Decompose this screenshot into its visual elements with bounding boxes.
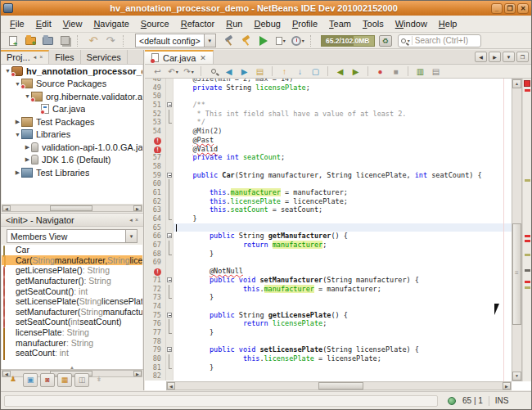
undo-button[interactable]: ↶ bbox=[86, 34, 101, 47]
error-status-icon[interactable] bbox=[524, 80, 530, 87]
code-line-63[interactable]: 63 this.seatCount = seatCount; bbox=[145, 205, 512, 214]
menu-help[interactable]: Help bbox=[433, 16, 463, 31]
last-edit-icon[interactable]: ↩ bbox=[151, 65, 164, 77]
close-panel-icon[interactable]: × bbox=[39, 54, 43, 60]
find-previous-icon[interactable]: ◀ bbox=[223, 65, 235, 77]
projects-hscrollbar[interactable]: ◀ ▶ bbox=[2, 205, 142, 212]
tree-node-validation-api-1-0-0-ga-jar[interactable]: ▶validation-api-1.0.0.GA.jar bbox=[2, 141, 142, 154]
code-line-66[interactable]: 66 public String getManufacturer() { bbox=[145, 232, 512, 241]
tree-node-test-libraries[interactable]: ▶Test Libraries bbox=[2, 166, 142, 179]
fold-column[interactable] bbox=[166, 345, 174, 354]
tree-node-source-packages[interactable]: ▼Source Packages bbox=[2, 78, 142, 91]
chevron-down-icon[interactable]: ▾ bbox=[302, 38, 304, 43]
previous-bookmark-icon[interactable]: ↑ bbox=[278, 65, 291, 77]
code-line-55[interactable]: ! @Past bbox=[145, 136, 512, 145]
comment-icon[interactable]: ▥ bbox=[414, 65, 426, 77]
navigator-item[interactable]: getLicensePlate() : String bbox=[2, 265, 142, 276]
scroll-up-icon[interactable]: ▲ bbox=[512, 79, 521, 88]
fold-collapse-icon[interactable] bbox=[167, 173, 172, 178]
navigator-item[interactable]: getManufacturer() : String bbox=[2, 276, 142, 286]
scroll-left-icon[interactable]: ◀ bbox=[2, 205, 11, 211]
config-combobox[interactable]: <default config> ▾ bbox=[135, 34, 216, 47]
menu-view[interactable]: View bbox=[57, 16, 88, 31]
memory-indicator[interactable]: 65.2/102.0MB bbox=[321, 35, 375, 47]
code-viewport[interactable]: 48 @Size(min = 2, max = 14)49 private St… bbox=[145, 79, 512, 381]
scroll-tabs-right-button[interactable]: ▶ bbox=[489, 52, 501, 62]
tree-expander-icon[interactable]: ▶ bbox=[24, 156, 31, 163]
tree-expander-icon[interactable]: ▼ bbox=[14, 132, 21, 137]
navigator-sort-icon[interactable]: ♟ bbox=[6, 373, 20, 387]
code-line-69[interactable]: 69 bbox=[145, 258, 512, 267]
navigator-item[interactable]: manufacturer : String bbox=[2, 337, 142, 348]
code-line-71[interactable]: 71 public void setManufacturer(String ma… bbox=[145, 276, 512, 285]
new-project-button[interactable]: + bbox=[23, 34, 38, 47]
navigator-item[interactable]: setManufacturer(String manufacturer bbox=[2, 307, 142, 318]
menu-tools[interactable]: Tools bbox=[357, 16, 390, 31]
scrollbar-thumb[interactable] bbox=[50, 205, 92, 211]
caret-stripe-mark[interactable] bbox=[525, 269, 530, 272]
tree-node-car-java[interactable]: Car.java bbox=[2, 103, 142, 116]
fold-column[interactable] bbox=[166, 188, 174, 197]
find-next-icon[interactable]: ▶ bbox=[238, 65, 250, 77]
close-button[interactable]: ✕ bbox=[517, 3, 529, 14]
quick-search-input[interactable]: ▾ Search (Ctrl+I) bbox=[398, 34, 481, 47]
chevron-down-icon[interactable]: ▾ bbox=[125, 230, 137, 242]
redo-button[interactable]: ↷ bbox=[103, 34, 118, 47]
code-line-67[interactable]: 67 return manufacturer; bbox=[145, 241, 512, 250]
panel-tab-files[interactable]: Files bbox=[49, 50, 80, 64]
code-line-52[interactable]: 52 * This int field shall have a value o… bbox=[145, 110, 512, 119]
code-line-74[interactable]: 74 bbox=[145, 302, 512, 311]
filter-static-icon[interactable]: ▦ bbox=[57, 373, 72, 387]
editor-hscrollbar[interactable]: ◀ ▶ bbox=[166, 381, 512, 390]
chevron-down-icon[interactable]: ▾ bbox=[204, 34, 215, 47]
fold-column[interactable] bbox=[166, 118, 174, 127]
code-line-64[interactable]: 64 } bbox=[145, 214, 512, 223]
maximize-button[interactable]: ❐ bbox=[504, 3, 516, 14]
code-line-73[interactable]: 73 } bbox=[145, 293, 512, 302]
red-stripe-mark[interactable] bbox=[525, 240, 530, 242]
debug-button[interactable]: ▾ bbox=[273, 34, 288, 47]
error-stripe[interactable] bbox=[522, 79, 531, 381]
menu-window[interactable]: Window bbox=[390, 16, 433, 31]
chevron-down-icon[interactable]: ▾ bbox=[192, 69, 194, 74]
fold-column[interactable] bbox=[166, 214, 174, 223]
navigator-view-combobox[interactable]: Members View ▾ bbox=[7, 229, 138, 243]
filter-fields-icon[interactable]: ◙ bbox=[40, 373, 55, 387]
scroll-down-icon[interactable]: ▼ bbox=[512, 372, 521, 381]
code-line-79[interactable]: 79 public void setLicensePlate(String li… bbox=[145, 345, 512, 354]
menu-edit[interactable]: Edit bbox=[30, 16, 57, 31]
chevron-down-icon[interactable]: ▾ bbox=[283, 38, 286, 43]
tree-node-test-packages[interactable]: ▶Test Packages bbox=[2, 115, 142, 128]
code-line-51[interactable]: 51 /** bbox=[145, 101, 512, 110]
navigator-item[interactable]: getSeatCount() : int bbox=[2, 286, 142, 296]
next-bookmark-icon[interactable]: ↓ bbox=[294, 65, 306, 77]
olive-stripe-mark[interactable] bbox=[525, 254, 530, 256]
code-line-70[interactable]: ! @NotNull bbox=[145, 267, 512, 276]
toggle-highlight-icon[interactable]: ▤ bbox=[254, 65, 266, 77]
code-line-59[interactable]: 59 public Car(String manufacturer, Strin… bbox=[145, 171, 512, 180]
garbage-collect-button[interactable]: ♻ bbox=[379, 35, 392, 47]
code-line-50[interactable]: 50 bbox=[145, 92, 512, 101]
fold-column[interactable] bbox=[166, 319, 174, 328]
navigator-item[interactable]: setSeatCount(int seatCount) bbox=[2, 317, 142, 327]
fold-column[interactable] bbox=[166, 354, 174, 363]
minimize-panel-icon[interactable]: ◂ bbox=[129, 217, 133, 223]
fold-column[interactable] bbox=[166, 311, 174, 320]
navigator-header[interactable]: <init> - Navigator ◂ × bbox=[1, 213, 143, 227]
menu-source[interactable]: Source bbox=[135, 16, 175, 31]
tab-car-java[interactable]: Car.java ✕ bbox=[145, 50, 214, 64]
fold-column[interactable] bbox=[166, 293, 174, 302]
new-file-button[interactable]: + bbox=[6, 34, 20, 47]
scroll-tabs-left-button[interactable]: ◀ bbox=[475, 52, 487, 62]
shift-right-icon[interactable]: ▶ bbox=[349, 65, 362, 77]
build-button[interactable] bbox=[222, 34, 237, 47]
fold-column[interactable] bbox=[166, 171, 174, 180]
menu-profile[interactable]: Profile bbox=[286, 16, 323, 31]
minimize-button[interactable]: _ bbox=[491, 3, 503, 14]
code-line-72[interactable]: 72 this.manufacturer = manufacturer; bbox=[145, 285, 512, 294]
fold-column[interactable] bbox=[166, 276, 174, 285]
maximize-editor-button[interactable]: ❐ bbox=[516, 52, 529, 62]
minimize-panel-icon[interactable]: ◂ bbox=[34, 54, 37, 61]
code-line-82[interactable]: 82 bbox=[145, 372, 512, 381]
navigator-item[interactable]: setLicensePlate(String licensePlate) bbox=[2, 296, 142, 307]
